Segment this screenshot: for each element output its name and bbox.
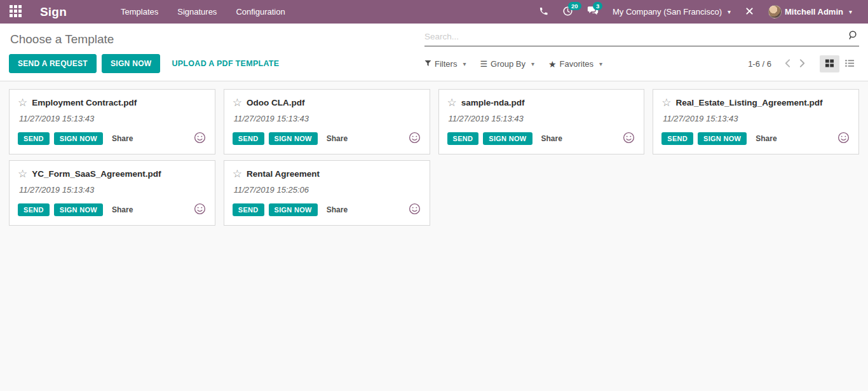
chevron-left-icon (785, 60, 790, 69)
chevron-right-icon (799, 60, 805, 69)
share-link[interactable]: Share (756, 134, 776, 143)
view-switcher (820, 55, 859, 72)
send-button[interactable]: SEND (233, 203, 264, 216)
message-count-badge: 3 (593, 2, 602, 10)
kanban-view-button[interactable] (820, 55, 839, 72)
sign-now-button[interactable]: SIGN NOW (269, 132, 318, 145)
activity-button[interactable] (409, 203, 421, 217)
template-name[interactable]: Employment Contract.pdf (32, 98, 137, 107)
template-date: 11/27/2019 15:13:43 (663, 114, 850, 123)
avatar (768, 5, 782, 18)
chevron-down-icon: ▾ (849, 8, 852, 15)
search-submit-button[interactable] (846, 30, 859, 43)
favorite-star-icon[interactable]: ☆ (18, 168, 27, 179)
send-a-request-button[interactable]: SEND A REQUEST (9, 54, 97, 73)
template-name[interactable]: Odoo CLA.pdf (247, 98, 304, 107)
chevron-down-icon: ▾ (463, 60, 466, 67)
send-button[interactable]: SEND (18, 132, 50, 145)
template-name[interactable]: Real_Estate_Listing_Agreement.pdf (676, 98, 823, 107)
phone-icon (539, 6, 548, 18)
main-menu: Templates Signatures Configuration (111, 0, 295, 24)
developer-tools-button[interactable] (738, 0, 761, 24)
activity-button[interactable] (623, 132, 635, 146)
messages-button[interactable]: 3 (580, 0, 606, 24)
sign-now-button[interactable]: SIGN NOW (54, 132, 103, 145)
apps-menu-button[interactable] (0, 0, 31, 24)
template-date: 11/27/2019 15:25:06 (234, 185, 421, 195)
favorite-star-icon[interactable]: ☆ (233, 97, 242, 108)
activity-button[interactable] (409, 132, 421, 146)
sign-now-button[interactable]: SIGN NOW (269, 203, 318, 216)
activity-button[interactable] (194, 203, 206, 217)
group-by-dropdown[interactable]: ☰ Group By ▾ (480, 59, 534, 69)
template-card: ☆ sample-nda.pdf 11/27/2019 15:13:43 SEN… (438, 89, 645, 154)
page-title: Choose a Template (10, 32, 424, 46)
template-card: ☆ Employment Contract.pdf 11/27/2019 15:… (9, 89, 215, 154)
search-input[interactable] (424, 32, 846, 41)
pager-value[interactable]: 1-6 / 6 (748, 59, 771, 69)
pager-previous-button[interactable] (780, 57, 795, 71)
app-title[interactable]: Sign (31, 5, 76, 19)
favorite-star-icon[interactable]: ☆ (233, 168, 242, 179)
list-view-icon (844, 58, 855, 70)
sign-now-button[interactable]: SIGN NOW (698, 132, 747, 145)
template-card: ☆ Odoo CLA.pdf 11/27/2019 15:13:43 SEND … (224, 89, 430, 154)
send-button[interactable]: SEND (661, 132, 693, 145)
template-card: ☆ Real_Estate_Listing_Agreement.pdf 11/2… (653, 89, 859, 154)
share-link[interactable]: Share (112, 205, 133, 214)
share-link[interactable]: Share (541, 134, 562, 143)
template-name[interactable]: sample-nda.pdf (461, 98, 525, 107)
favorite-star-icon[interactable]: ☆ (447, 97, 457, 108)
company-switcher[interactable]: My Company (San Francisco) ▾ (606, 0, 738, 24)
template-date: 11/27/2019 15:13:43 (19, 185, 206, 195)
template-date: 11/27/2019 15:13:43 (449, 114, 635, 123)
share-link[interactable]: Share (327, 205, 348, 214)
group-by-icon: ☰ (480, 59, 487, 69)
top-navbar: Sign Templates Signatures Configuration … (0, 0, 868, 24)
activity-button[interactable] (837, 132, 850, 146)
control-panel: Choose a Template SEND A REQUEST SIGN NO… (0, 24, 868, 81)
menu-configuration[interactable]: Configuration (226, 0, 294, 24)
user-menu[interactable]: Mitchell Admin ▾ (761, 0, 859, 24)
smiley-face-icon (409, 132, 421, 146)
template-card: ☆ Rental Agreement 11/27/2019 15:25:06 S… (224, 160, 430, 226)
menu-signatures[interactable]: Signatures (168, 0, 226, 24)
menu-templates[interactable]: Templates (111, 0, 168, 24)
share-link[interactable]: Share (112, 134, 133, 143)
search-icon (847, 33, 858, 43)
favorite-star-icon[interactable]: ☆ (18, 97, 27, 108)
list-view-button[interactable] (839, 55, 859, 72)
developer-tools-icon (745, 6, 754, 18)
template-name[interactable]: Rental Agreement (247, 169, 320, 179)
company-name: My Company (San Francisco) (613, 7, 722, 17)
activities-button[interactable]: 20 (555, 0, 580, 24)
activity-button[interactable] (194, 132, 206, 146)
favorites-star-icon: ★ (548, 59, 557, 69)
apps-grid-icon (10, 5, 22, 19)
smiley-face-icon (409, 203, 421, 217)
sign-now-button[interactable]: SIGN NOW (483, 132, 532, 145)
favorite-star-icon[interactable]: ☆ (661, 97, 671, 108)
kanban-view: ☆ Employment Contract.pdf 11/27/2019 15:… (0, 81, 868, 233)
upload-pdf-template-button[interactable]: UPLOAD A PDF TEMPLATE (165, 55, 285, 72)
sign-now-button[interactable]: SIGN NOW (102, 54, 160, 73)
smiley-face-icon (837, 132, 850, 146)
voip-phone-button[interactable] (532, 0, 555, 24)
kanban-grid: ☆ Employment Contract.pdf 11/27/2019 15:… (9, 89, 859, 226)
template-name[interactable]: YC_Form_SaaS_Agreement.pdf (32, 169, 161, 179)
activity-count-badge: 20 (568, 2, 581, 10)
template-date: 11/27/2019 15:13:43 (234, 114, 421, 123)
filters-dropdown[interactable]: Filters ▾ (424, 59, 466, 69)
user-name: Mitchell Admin (785, 7, 843, 17)
template-date: 11/27/2019 15:13:43 (19, 114, 206, 123)
chevron-down-icon: ▾ (728, 8, 731, 15)
kanban-view-icon (825, 58, 834, 70)
send-button[interactable]: SEND (18, 203, 50, 216)
favorites-dropdown[interactable]: ★ Favorites ▾ (548, 59, 602, 69)
smiley-face-icon (623, 132, 635, 146)
send-button[interactable]: SEND (447, 132, 479, 145)
send-button[interactable]: SEND (233, 132, 264, 145)
share-link[interactable]: Share (327, 134, 348, 143)
sign-now-button[interactable]: SIGN NOW (54, 203, 103, 216)
pager-next-button[interactable] (795, 57, 810, 71)
